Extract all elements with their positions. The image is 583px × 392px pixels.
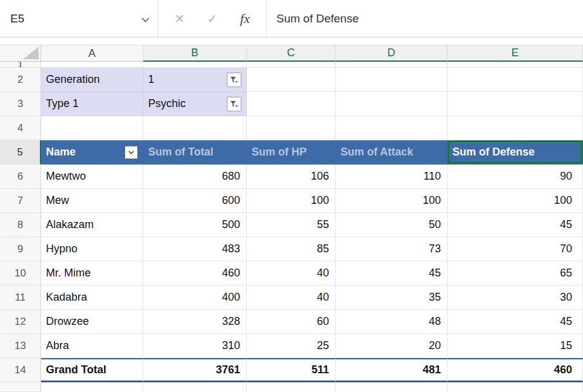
pivot-value-cell[interactable]: 73 <box>336 237 448 261</box>
empty-cell[interactable] <box>448 62 583 68</box>
pivot-value-cell[interactable]: 45 <box>448 310 583 334</box>
pivot-value-cell[interactable]: 60 <box>247 310 336 334</box>
pivot-value-cell[interactable]: 106 <box>247 165 336 189</box>
row-number-1[interactable]: 1 <box>0 62 41 68</box>
pivot-value-cell[interactable]: 500 <box>143 213 247 237</box>
pivot-value-cell[interactable]: 600 <box>143 189 247 213</box>
row-number-14[interactable]: 14 <box>0 358 41 382</box>
row-number-5[interactable]: 5 <box>0 140 41 165</box>
empty-cell[interactable] <box>336 116 448 140</box>
pivot-name-cell[interactable]: Mr. Mime <box>41 261 143 286</box>
filter-value-type1[interactable]: Psychic <box>143 92 247 116</box>
pivot-value-cell[interactable]: 40 <box>247 286 336 310</box>
empty-cell[interactable] <box>336 62 448 68</box>
row-number-6[interactable]: 6 <box>0 165 41 189</box>
cancel-icon[interactable]: ✕ <box>163 0 196 38</box>
pivot-name-cell[interactable]: Hypno <box>41 237 143 261</box>
column-header-b[interactable]: B <box>143 45 247 62</box>
fx-icon[interactable]: fx <box>229 0 261 38</box>
pivot-value-cell[interactable]: 50 <box>336 213 448 237</box>
column-header-c[interactable]: C <box>247 45 336 62</box>
filter-button[interactable] <box>227 97 241 111</box>
empty-cell[interactable] <box>41 62 143 68</box>
pivot-header-defense-active-cell[interactable]: Sum of Defense <box>448 140 583 165</box>
pivot-value-cell[interactable]: 70 <box>448 237 583 261</box>
row-number-4[interactable]: 4 <box>0 116 41 140</box>
grand-total-value[interactable]: 460 <box>448 358 583 382</box>
row-number-7[interactable]: 7 <box>0 189 41 213</box>
pivot-header-attack[interactable]: Sum of Attack <box>336 140 448 165</box>
pivot-value-cell[interactable]: 48 <box>336 310 448 334</box>
grand-total-value[interactable]: 511 <box>247 358 336 382</box>
grand-total-label[interactable]: Grand Total <box>41 358 143 382</box>
pivot-value-cell[interactable]: 45 <box>448 213 583 237</box>
pivot-value-cell[interactable]: 15 <box>448 334 583 358</box>
pivot-name-cell[interactable]: Abra <box>41 334 143 358</box>
pivot-name-cell[interactable]: Alakazam <box>41 213 143 237</box>
select-all-corner[interactable] <box>0 45 41 62</box>
name-box[interactable]: E5 <box>0 0 158 37</box>
pivot-value-cell[interactable]: 55 <box>247 213 336 237</box>
pivot-value-cell[interactable]: 400 <box>143 286 247 310</box>
empty-cell[interactable] <box>247 68 336 92</box>
pivot-value-cell[interactable]: 328 <box>143 310 247 334</box>
pivot-value-cell[interactable]: 483 <box>143 237 247 261</box>
pivot-value-cell[interactable]: 310 <box>143 334 247 358</box>
pivot-value-cell[interactable]: 40 <box>247 261 336 286</box>
pivot-value-cell[interactable]: 680 <box>143 165 247 189</box>
empty-cell[interactable] <box>247 92 336 116</box>
pivot-value-cell[interactable]: 65 <box>448 261 583 286</box>
confirm-icon[interactable]: ✓ <box>196 0 229 38</box>
pivot-value-cell[interactable]: 25 <box>247 334 336 358</box>
row-number-15[interactable] <box>0 382 41 392</box>
filter-label-generation[interactable]: Generation <box>41 68 143 92</box>
pivot-value-cell[interactable]: 30 <box>448 286 583 310</box>
filter-label-type1[interactable]: Type 1 <box>41 92 143 116</box>
grand-total-value[interactable]: 481 <box>336 358 448 382</box>
empty-cell[interactable] <box>336 92 448 116</box>
pivot-value-cell[interactable]: 20 <box>336 334 448 358</box>
empty-cell[interactable] <box>448 116 583 140</box>
row-number-10[interactable]: 10 <box>0 261 41 286</box>
empty-cell[interactable] <box>143 382 247 392</box>
name-filter-dropdown[interactable] <box>125 146 138 159</box>
empty-cell[interactable] <box>247 382 336 392</box>
row-number-13[interactable]: 13 <box>0 334 41 358</box>
pivot-value-cell[interactable]: 110 <box>336 165 448 189</box>
empty-cell[interactable] <box>336 382 448 392</box>
column-header-d[interactable]: D <box>336 45 448 62</box>
column-header-e[interactable]: E <box>448 45 583 62</box>
empty-cell[interactable] <box>448 92 583 116</box>
row-number-9[interactable]: 9 <box>0 237 41 261</box>
pivot-name-cell[interactable]: Drowzee <box>41 310 143 334</box>
pivot-value-cell[interactable]: 45 <box>336 261 448 286</box>
column-header-a[interactable]: A <box>41 45 143 62</box>
row-number-11[interactable]: 11 <box>0 286 41 310</box>
empty-cell[interactable] <box>41 116 143 140</box>
row-number-8[interactable]: 8 <box>0 213 41 237</box>
pivot-header-name[interactable]: Name <box>41 140 143 165</box>
pivot-name-cell[interactable]: Mewtwo <box>41 165 143 189</box>
grand-total-value[interactable]: 3761 <box>143 358 247 382</box>
row-number-3[interactable]: 3 <box>0 92 41 116</box>
row-number-2[interactable]: 2 <box>0 68 41 92</box>
empty-cell[interactable] <box>143 116 247 140</box>
pivot-header-hp[interactable]: Sum of HP <box>247 140 336 165</box>
pivot-value-cell[interactable]: 85 <box>247 237 336 261</box>
pivot-name-cell[interactable]: Kadabra <box>41 286 143 310</box>
empty-cell[interactable] <box>448 382 583 392</box>
pivot-name-cell[interactable]: Mew <box>41 189 143 213</box>
formula-input[interactable]: Sum of Defense <box>267 0 583 37</box>
pivot-header-total[interactable]: Sum of Total <box>143 140 247 165</box>
pivot-value-cell[interactable]: 100 <box>247 189 336 213</box>
pivot-value-cell[interactable]: 100 <box>448 189 583 213</box>
chevron-down-icon[interactable] <box>142 12 149 25</box>
empty-cell[interactable] <box>41 382 143 392</box>
row-number-12[interactable]: 12 <box>0 310 41 334</box>
empty-cell[interactable] <box>336 68 448 92</box>
empty-cell[interactable] <box>247 62 336 68</box>
empty-cell[interactable] <box>448 68 583 92</box>
empty-cell[interactable] <box>247 116 336 140</box>
empty-cell[interactable] <box>143 62 247 68</box>
pivot-value-cell[interactable]: 90 <box>448 165 583 189</box>
